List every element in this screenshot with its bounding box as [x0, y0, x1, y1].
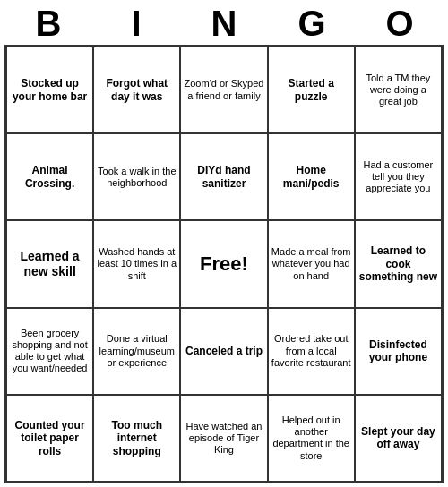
cell-r1-c0: Animal Crossing.	[6, 133, 93, 220]
bingo-title: B I N G O	[4, 0, 444, 45]
cell-r3-c1: Done a virtual learning/museum or experi…	[93, 308, 180, 395]
letter-n: N	[188, 5, 260, 41]
letter-b: B	[13, 5, 84, 41]
cell-r0-c0: Stocked up your home bar	[6, 47, 93, 133]
cell-r4-c2: Have watched an episode of Tiger King	[180, 395, 267, 482]
cell-r1-c1: Took a walk in the neighborhood	[93, 133, 180, 220]
cell-r1-c3: Home mani/pedis	[268, 133, 355, 220]
cell-r0-c2: Zoom'd or Skyped a friend or family	[180, 47, 267, 133]
bingo-grid: Stocked up your home barForgot what day …	[4, 45, 444, 483]
cell-r2-c3: Made a meal from whatever you had on han…	[268, 220, 355, 307]
cell-r0-c4: Told a TM they were doing a great job	[355, 47, 442, 133]
letter-g: G	[276, 5, 348, 41]
cell-r0-c3: Started a puzzle	[268, 47, 355, 133]
cell-r1-c2: DIYd hand sanitizer	[180, 133, 267, 220]
cell-r4-c3: Helped out in another department in the …	[268, 395, 355, 482]
cell-r1-c4: Had a customer tell you they appreciate …	[355, 133, 442, 220]
cell-r4-c4: Slept your day off away	[355, 395, 442, 482]
cell-r2-c1: Washed hands at least 10 times in a shif…	[93, 220, 180, 307]
cell-r3-c0: Been grocery shopping and not able to ge…	[6, 308, 93, 395]
letter-i: I	[100, 5, 172, 41]
cell-r4-c0: Counted your toilet paper rolls	[6, 395, 93, 482]
cell-r2-c4: Learned to cook something new	[355, 220, 442, 307]
cell-r2-c2: Free!	[180, 220, 267, 307]
cell-r4-c1: Too much internet shopping	[93, 395, 180, 482]
cell-r3-c3: Ordered take out from a local favorite r…	[268, 308, 355, 395]
cell-r0-c1: Forgot what day it was	[93, 47, 180, 133]
cell-r3-c2: Canceled a trip	[180, 308, 267, 395]
cell-r3-c4: Disinfected your phone	[355, 308, 442, 395]
letter-o: O	[364, 5, 435, 41]
cell-r2-c0: Learned a new skill	[6, 220, 93, 307]
